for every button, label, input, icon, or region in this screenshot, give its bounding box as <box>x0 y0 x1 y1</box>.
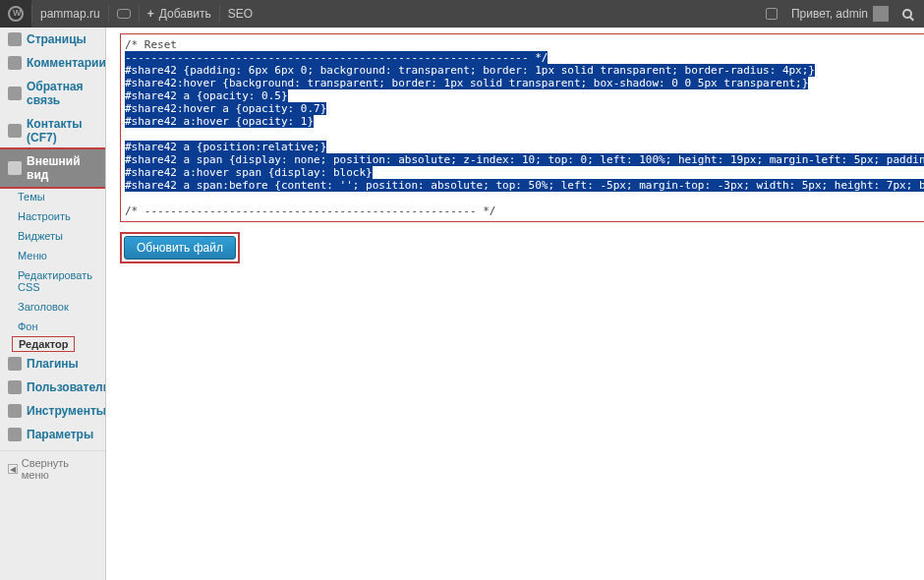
new-content-menu[interactable]: +Добавить <box>140 0 219 28</box>
sidebar-item-settings[interactable]: Параметры <box>0 423 105 446</box>
seo-menu[interactable]: SEO <box>220 0 260 28</box>
collapse-icon: ◀ <box>8 464 18 474</box>
appearance-icon <box>8 161 22 175</box>
submenu-customize[interactable]: Настроить <box>12 206 105 226</box>
admin-bar-right: Привет, admin <box>766 0 924 28</box>
admin-bar: pammap.ru +Добавить SEO Привет, admin <box>0 0 924 28</box>
wp-logo-menu[interactable] <box>0 0 31 28</box>
sidebar-label: Обратная связь <box>27 80 97 107</box>
code-selection: ----------------------------------------… <box>125 51 924 192</box>
submenu-menus[interactable]: Меню <box>12 246 105 265</box>
greeting-label: Привет, admin <box>791 7 868 21</box>
sidebar-item-cf7[interactable]: Контакты (CF7) <box>0 112 105 149</box>
site-name: pammap.ru <box>40 7 100 21</box>
layout: Страницы Комментарии Обратная связь Конт… <box>0 28 924 580</box>
admin-bar-left: pammap.ru +Добавить SEO <box>0 0 260 28</box>
editor-column: /* Reset -------------------------------… <box>120 33 924 580</box>
sidebar-label: Внешний вид <box>27 154 97 182</box>
account-menu[interactable]: Привет, admin <box>787 0 893 28</box>
sidebar-label: Контакты (CF7) <box>27 117 97 145</box>
code-line: /* -------------------------------------… <box>125 204 496 217</box>
sidebar-label: Плагины <box>27 357 79 371</box>
users-icon <box>8 380 22 394</box>
add-label: Добавить <box>159 7 211 21</box>
notification-icon[interactable] <box>766 8 778 20</box>
tools-icon <box>8 404 22 418</box>
main-content: /* Reset -------------------------------… <box>106 28 924 580</box>
sidebar-label: Параметры <box>27 428 93 441</box>
sidebar-label: Страницы <box>27 32 87 46</box>
comments-menu[interactable] <box>109 0 139 28</box>
comments-icon <box>8 56 22 70</box>
sidebar-label: Инструменты <box>27 404 106 418</box>
submenu-widgets[interactable]: Виджеты <box>12 226 105 246</box>
comment-icon <box>117 9 131 19</box>
collapse-label: Свернуть меню <box>22 457 97 481</box>
submit-wrap: Обновить файл <box>120 232 240 263</box>
code-content: /* Reset -------------------------------… <box>125 38 924 217</box>
search-icon[interactable] <box>902 9 912 19</box>
sidebar-item-plugins[interactable]: Плагины <box>0 352 105 376</box>
settings-icon <box>8 428 22 441</box>
plus-icon: + <box>147 7 154 21</box>
submenu-themes[interactable]: Темы <box>12 187 105 206</box>
sidebar-item-comments[interactable]: Комментарии <box>0 51 105 75</box>
sidebar-label: Пользователи <box>27 380 106 394</box>
pages-icon <box>8 32 22 46</box>
site-name-menu[interactable]: pammap.ru <box>32 0 108 28</box>
sidebar-item-pages[interactable]: Страницы <box>0 28 105 51</box>
sidebar-item-users[interactable]: Пользователи <box>0 376 105 399</box>
feedback-icon <box>8 87 22 100</box>
seo-label: SEO <box>228 7 253 21</box>
cf7-icon <box>8 124 22 138</box>
sidebar-item-feedback[interactable]: Обратная связь <box>0 75 105 112</box>
admin-sidebar: Страницы Комментарии Обратная связь Конт… <box>0 28 106 580</box>
submenu-background[interactable]: Фон <box>12 317 105 336</box>
sidebar-item-tools[interactable]: Инструменты <box>0 399 105 423</box>
sidebar-item-appearance[interactable]: Внешний вид <box>0 147 106 189</box>
submenu-editor[interactable]: Редактор <box>12 336 75 352</box>
update-file-button[interactable]: Обновить файл <box>124 236 236 260</box>
collapse-menu[interactable]: ◀Свернуть меню <box>0 450 105 487</box>
appearance-submenu: Темы Настроить Виджеты Меню Редактироват… <box>0 187 105 352</box>
avatar-icon <box>873 6 889 22</box>
submenu-edit-css[interactable]: Редактировать CSS <box>12 265 105 297</box>
submenu-header[interactable]: Заголовок <box>12 297 105 317</box>
code-editor[interactable]: /* Reset -------------------------------… <box>120 33 924 222</box>
code-line: /* Reset <box>125 38 177 51</box>
plugins-icon <box>8 357 22 371</box>
wp-logo-icon <box>8 6 24 22</box>
sidebar-label: Комментарии <box>27 56 106 70</box>
